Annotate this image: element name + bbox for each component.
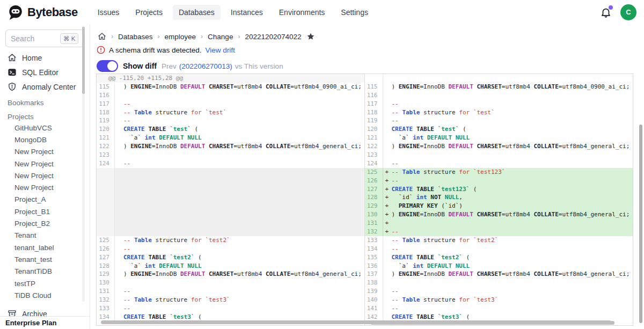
project-item[interactable]: TenantTiDB: [0, 266, 90, 277]
diff-row: 128 `a` int DEFAULT NULL: [97, 262, 364, 270]
line-number: 130: [365, 210, 383, 219]
code-line: --: [383, 116, 633, 125]
code-line: --: [383, 287, 633, 296]
diff-row: 135CREATE TABLE `test2` (: [365, 253, 633, 262]
diff-row: 128+ `id` int NOT NULL,: [365, 193, 633, 202]
code-line: [115, 210, 364, 219]
line-number: 129: [365, 202, 383, 210]
project-item[interactable]: New Project: [0, 170, 90, 181]
page-vscrollbar[interactable]: [639, 125, 642, 323]
project-item[interactable]: Project_B2: [0, 217, 90, 229]
right-pane-hscrollbar[interactable]: [370, 321, 614, 325]
diff-row: [97, 193, 364, 202]
project-item[interactable]: New Project: [0, 146, 90, 158]
project-item[interactable]: tenant_label: [0, 242, 90, 253]
project-item[interactable]: Tenant: [0, 230, 90, 242]
diff-row: 131--: [97, 287, 364, 296]
sidebar-scrollbar-thumb[interactable]: [82, 27, 85, 94]
nav-item-environments[interactable]: Environments: [273, 5, 331, 20]
bookmark-star-icon[interactable]: [306, 32, 315, 41]
sidebar-item-sql-editor[interactable]: SQL Editor: [0, 65, 90, 79]
line-number: 115: [365, 83, 383, 91]
schema-diff-view: @@ -115,20 +115,28 @@115) ENGINE=InnoDB …: [96, 74, 633, 326]
sidebar-scrollbar[interactable]: [82, 26, 85, 302]
nav-item-instances[interactable]: Instances: [225, 5, 269, 20]
line-number: 122: [365, 142, 383, 151]
diff-row: 140-- Table structure for `test3`: [365, 296, 633, 304]
code-line: --: [115, 304, 364, 313]
sidebar-item-anomaly-center[interactable]: Anomaly Center: [0, 79, 90, 94]
nav-item-projects[interactable]: Projects: [129, 5, 169, 20]
code-line: --: [383, 159, 633, 168]
line-number: [97, 168, 115, 177]
project-item[interactable]: Tenant_test: [0, 253, 90, 265]
line-number: [97, 193, 115, 202]
breadcrumb-item[interactable]: Databases: [118, 33, 153, 41]
brand-logo[interactable]: Bytebase: [8, 4, 78, 20]
sidebar-item-home[interactable]: Home: [0, 50, 90, 65]
nav-item-settings[interactable]: Settings: [335, 5, 374, 20]
diff-row: 118-- Table structure for `test`: [97, 108, 364, 117]
line-number: 127: [97, 253, 115, 262]
notifications-bell-icon[interactable]: [600, 6, 612, 18]
diff-row: 130+) ENGINE=InnoDB DEFAULT CHARSET=utf8…: [365, 210, 633, 219]
diff-row: 125-- Table structure for `test2`: [97, 236, 364, 245]
line-number: 116: [97, 91, 115, 100]
line-number: 133: [97, 304, 115, 313]
line-number: 116: [365, 91, 383, 100]
line-number: 120: [97, 125, 115, 134]
nav-item-databases[interactable]: Databases: [173, 5, 221, 20]
code-line: [383, 91, 633, 100]
code-line: [115, 228, 364, 236]
breadcrumb-separator: ›: [238, 33, 240, 40]
breadcrumb-item[interactable]: employee: [165, 33, 196, 41]
project-item[interactable]: MongoDB: [0, 134, 90, 145]
project-item[interactable]: TiDB Cloud: [0, 289, 90, 301]
search-shortcut-badge: ⌘ K: [60, 33, 78, 44]
user-avatar[interactable]: C: [620, 4, 636, 20]
diff-row: @@ -115,20 +115,28 @@: [97, 74, 364, 83]
code-line: ) ENGINE=InnoDB DEFAULT CHARSET=utf8mb4 …: [383, 270, 633, 279]
project-item[interactable]: Project_B1: [0, 206, 90, 217]
diff-row: 117--: [365, 100, 633, 108]
view-drift-link[interactable]: View drift: [206, 46, 235, 54]
line-number: 117: [365, 100, 383, 108]
breadcrumb: ›Databases›employee›Change›2022120207402…: [91, 24, 644, 41]
line-number: [97, 202, 115, 210]
project-item[interactable]: testTP: [0, 277, 90, 289]
diff-row: 121 `a` int DEFAULT NULL: [97, 134, 364, 142]
line-number: [97, 185, 115, 194]
project-item[interactable]: GitHubVCS: [0, 122, 90, 134]
project-item[interactable]: Project_A: [0, 194, 90, 206]
line-number: 118: [97, 108, 115, 117]
main-nav: IssuesProjectsDatabasesInstancesEnvironm…: [92, 5, 374, 20]
search-input[interactable]: [11, 34, 60, 43]
project-item[interactable]: New Project: [0, 158, 90, 170]
hunk-header: @@ -115,20 +115,28 @@: [97, 74, 364, 83]
diff-row: 136 `a` int DEFAULT NULL: [365, 262, 633, 270]
diff-toolbar: Show diff Prev (202206270013) vs This ve…: [97, 60, 644, 72]
code-line: [115, 202, 364, 210]
diff-pane-left: @@ -115,20 +115,28 @@115) ENGINE=InnoDB …: [97, 74, 365, 325]
diff-row: 137) ENGINE=InnoDB DEFAULT CHARSET=utf8m…: [365, 270, 633, 279]
line-number: 119: [365, 116, 383, 125]
show-diff-toggle[interactable]: [97, 60, 118, 72]
line-number: 141: [365, 304, 383, 313]
breadcrumb-item[interactable]: 20221202074022: [245, 33, 301, 41]
diff-row: 131+: [365, 219, 633, 228]
nav-item-issues[interactable]: Issues: [92, 5, 125, 20]
diff-row: [97, 228, 364, 236]
code-line: --: [115, 245, 364, 253]
breadcrumb-item[interactable]: Change: [208, 33, 233, 41]
breadcrumb-home-icon[interactable]: [98, 32, 106, 41]
search-box[interactable]: ⌘ K: [5, 30, 84, 47]
code-line: CREATE TABLE `test2` (: [115, 253, 364, 262]
diff-row: 133--: [97, 304, 364, 313]
line-number: 136: [365, 262, 383, 270]
prev-version-link[interactable]: (202206270013): [179, 62, 232, 70]
diff-row: 123: [365, 151, 633, 159]
plan-label: Enterprise Plan: [0, 316, 90, 329]
project-item[interactable]: New Project: [0, 181, 90, 193]
code-line: +--: [383, 177, 633, 185]
projects-section-label: Projects: [0, 108, 90, 122]
